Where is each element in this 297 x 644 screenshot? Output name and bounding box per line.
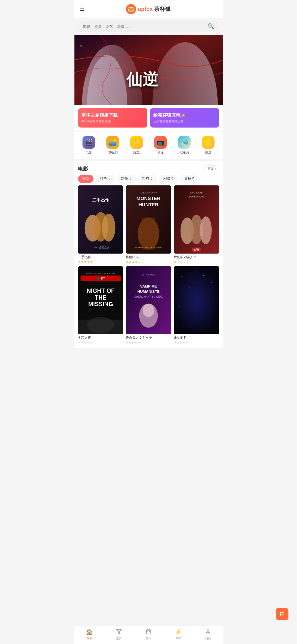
cat-variety-label: 综艺: [133, 150, 140, 155]
movie-stars-4: ★ ★ ★ ★ ★: [78, 341, 93, 344]
movie-poster-5: ARTY EFUSAL VAMPIRE HUMANISTE CHERCHANT …: [126, 266, 171, 334]
svg-point-61: [203, 275, 204, 276]
cat-tv-label: 电视剧: [108, 150, 118, 155]
filter-tab-comedy[interactable]: 喜剧片: [180, 175, 199, 183]
svg-point-63: [179, 306, 179, 307]
svg-point-59: [211, 282, 211, 283]
svg-text:MILLA JOVOVICH: MILLA JOVOVICH: [140, 191, 157, 194]
movie-rating-5: ★ ★ ★ ★ ★: [126, 341, 171, 344]
svg-text:HUNTER: HUNTER: [139, 202, 159, 207]
filter-tab-action[interactable]: 动作片: [117, 175, 136, 183]
svg-text:ARTY EFUSAL: ARTY EFUSAL: [141, 273, 156, 276]
menu-button[interactable]: ☰: [79, 6, 84, 12]
svg-point-58: [195, 271, 195, 272]
movie-score-2: 8: [142, 260, 143, 264]
svg-text:HUMANISTE: HUMANISTE: [137, 290, 159, 294]
movie-stars-5: ★ ★ ★ ★ ★: [126, 341, 141, 344]
promo-template-button[interactable]: 更多主题模板下载 360模板吧为站长赋能: [78, 108, 147, 128]
logo-icon: [126, 4, 136, 14]
svg-point-3: [130, 9, 131, 10]
promo-left-title: 更多主题模板下载: [81, 112, 144, 118]
filter-tab-scifi[interactable]: 科幻片: [138, 175, 157, 183]
cat-doc-icon: 🐋: [178, 136, 191, 149]
svg-text:VAMPIRE: VAMPIRE: [140, 284, 157, 288]
movie-card-2[interactable]: MILLA JOVOVICH MONSTER HUNTER IN THEATER…: [126, 185, 171, 264]
cat-movie-icon: 🎬: [82, 136, 95, 149]
cat-doc[interactable]: 🐋 纪录片: [178, 136, 191, 155]
movie-poster-2: MILLA JOVOVICH MONSTER HUNTER IN THEATER…: [126, 185, 171, 254]
cat-anime[interactable]: 📺 动漫: [154, 136, 167, 155]
cat-movie[interactable]: 🎬 电影: [82, 136, 95, 155]
movie-rating-4: ★ ★ ★ ★ ★: [78, 341, 123, 344]
promo-row: 更多主题模板下载 360模板吧为站长赋能 给茶杯狐充电⚡ 让茶杯狐能够持续运营: [74, 105, 223, 131]
movie-rating-1: ★ ★ ★ ★ ★ 9: [78, 260, 123, 264]
movie-title-4: 失踪之夜: [78, 336, 123, 340]
hero-banner[interactable]: 仙逆 仙子: [74, 35, 223, 105]
svg-text:NIGHT OF: NIGHT OF: [87, 288, 115, 294]
svg-text:THE: THE: [95, 294, 106, 301]
svg-point-4: [132, 9, 133, 10]
filter-tab-drama[interactable]: 剧情片: [159, 175, 178, 183]
movie-title-3: 我们的虚实人生: [174, 255, 219, 259]
search-bar[interactable]: 🔍: [78, 21, 219, 32]
promo-left-subtitle: 360模板吧为站长赋能: [81, 119, 144, 124]
svg-text:10/27 全国上映: 10/27 全国上映: [92, 246, 109, 249]
logo: upfox 茶杯狐: [126, 4, 171, 14]
cat-variety[interactable]: ✨ 综艺: [130, 136, 143, 155]
movie-section-title: 电影: [78, 166, 88, 172]
svg-point-5: [130, 10, 132, 11]
svg-text:MISSING: MISSING: [88, 301, 113, 307]
movie-filter-tabs: 最新 战争片 动作片 科幻片 剧情片 喜剧片: [78, 175, 219, 185]
movie-poster-3: KHO GAYE HUM KAHAN aFR aFR: [174, 185, 219, 254]
movie-poster-1: 二手杰作 10/27 全国上映: [78, 185, 123, 254]
logo-text: upfox 茶杯狐: [138, 5, 171, 13]
movie-card-5[interactable]: ARTY EFUSAL VAMPIRE HUMANISTE CHERCHANT …: [126, 266, 171, 344]
movie-card-3[interactable]: KHO GAYE HUM KAHAN aFR aFR 我们的虚实人生 ★ ★ ★…: [174, 185, 219, 264]
cat-tv[interactable]: 🛋️ 电视剧: [106, 136, 119, 155]
banner-art: 仙逆 仙子: [74, 35, 223, 105]
header: ☰ upfox 茶杯狐: [74, 0, 223, 18]
movie-rating-2: ★ ★ ★ ★ ★ 8: [126, 260, 171, 264]
filter-tab-latest[interactable]: 最新: [78, 175, 94, 183]
cat-filter-icon: ⭐: [202, 136, 215, 149]
svg-point-37: [200, 216, 212, 244]
movie-more-button[interactable]: 更多 ›: [204, 165, 219, 172]
movie-poster-6: [174, 266, 219, 334]
svg-point-20: [102, 214, 115, 242]
movie-poster-4: FROM THE PRODUCERS OF ⬛ ITᴿ NIGHT OF THE…: [78, 266, 123, 334]
svg-text:仙逆: 仙逆: [126, 70, 159, 89]
svg-point-57: [181, 276, 182, 277]
promo-right-title: 给茶杯狐充电⚡: [153, 112, 216, 118]
cat-doc-label: 纪录片: [180, 150, 189, 155]
filter-tab-war[interactable]: 战争片: [96, 175, 115, 183]
movie-card-4[interactable]: FROM THE PRODUCERS OF ⬛ ITᴿ NIGHT OF THE…: [78, 266, 123, 344]
promo-right-subtitle: 让茶杯狐能够持续运营: [153, 119, 216, 124]
svg-text:HUM KAHAN: HUM KAHAN: [189, 195, 204, 198]
cat-tv-icon: 🛋️: [106, 136, 119, 149]
movie-title-5: 吸血鬼人文主义者: [126, 336, 171, 340]
cat-anime-label: 动漫: [157, 150, 164, 155]
search-input[interactable]: [83, 24, 205, 29]
movie-title-2: 怪物猎人: [126, 255, 171, 259]
svg-text:KHO GAYE: KHO GAYE: [190, 191, 203, 194]
promo-charge-button[interactable]: 给茶杯狐充电⚡ 让茶杯狐能够持续运营: [150, 108, 219, 128]
cat-filter[interactable]: ⭐ 筛选: [202, 136, 215, 155]
movie-section-header: 电影 更多 ›: [78, 161, 219, 175]
movie-title-1: 二手杰作: [78, 255, 123, 259]
movie-card-1[interactable]: 二手杰作 10/27 全国上映 二手杰作 ★ ★ ★ ★ ★ 9: [78, 185, 123, 264]
movie-card-6[interactable]: 未知影片 ★ ★ ★ ★ ★: [174, 266, 219, 344]
movie-title-6: 未知影片: [174, 336, 219, 340]
movie-stars-3: ★ ★ ★ ★ ★: [174, 260, 189, 264]
movie-rating-6: ★ ★ ★ ★ ★: [174, 341, 219, 344]
movie-grid: 二手杰作 10/27 全国上映 二手杰作 ★ ★ ★ ★ ★ 9: [78, 185, 219, 344]
svg-text:CHERCHANT SUICIDÉ: CHERCHANT SUICIDÉ: [134, 295, 162, 298]
search-icon[interactable]: 🔍: [207, 23, 214, 30]
movie-stars-6: ★ ★ ★ ★ ★: [174, 341, 189, 344]
svg-point-60: [190, 287, 190, 288]
svg-rect-29: [142, 218, 155, 250]
svg-text:IN THEATERS DECEMBER: IN THEATERS DECEMBER: [135, 246, 162, 249]
movie-stars-1: ★ ★ ★ ★ ★: [78, 260, 93, 264]
cat-filter-label: 筛选: [205, 150, 211, 155]
svg-point-62: [214, 298, 214, 298]
movie-score-1: 9: [94, 260, 96, 264]
